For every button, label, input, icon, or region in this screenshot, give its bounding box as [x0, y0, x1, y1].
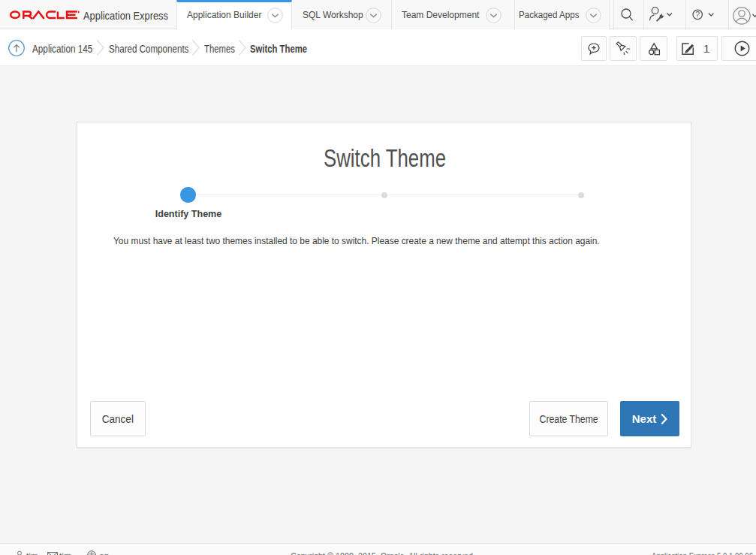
svg-text:?: ?	[695, 11, 700, 19]
